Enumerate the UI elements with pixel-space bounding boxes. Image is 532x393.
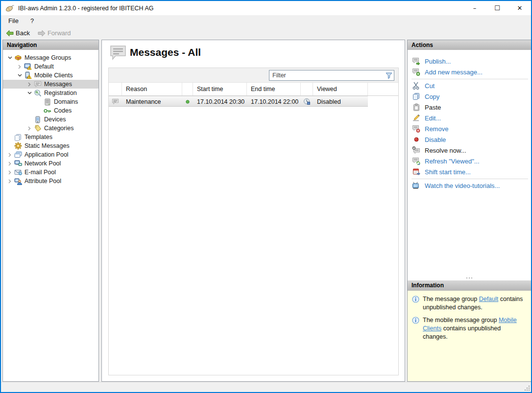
information-splitter-handle[interactable]	[408, 276, 531, 280]
minimize-button[interactable]: –	[463, 1, 486, 15]
tree-item-devices[interactable]: Devices	[3, 115, 98, 124]
filter-funnel-icon[interactable]	[384, 72, 394, 79]
messages-icon	[33, 80, 42, 88]
window-title: IBI-aws Admin 1.23.0 - registered for IB…	[18, 5, 154, 12]
status-cell	[182, 96, 193, 107]
viewed-icon-cell	[301, 96, 313, 107]
action-disable[interactable]: Disable	[408, 134, 531, 145]
back-button[interactable]: Back	[3, 28, 33, 38]
tree-item-default[interactable]: Default	[3, 62, 98, 71]
action-add-new-message[interactable]: Add new message...	[408, 67, 531, 77]
tree-item-messages[interactable]: Messages	[3, 80, 98, 89]
action-cut[interactable]: Cut	[408, 80, 531, 91]
column-viewed[interactable]: Viewed	[313, 83, 368, 95]
domains-icon	[43, 98, 51, 106]
static-messages-icon	[14, 142, 22, 150]
filter-bar	[109, 68, 398, 83]
action-remove[interactable]: Remove	[408, 123, 531, 134]
filter-input[interactable]	[269, 71, 384, 80]
viewed-cell: Disabled	[313, 96, 368, 107]
info-icon	[412, 316, 419, 341]
status-bar	[1, 382, 531, 392]
info-item-default-group: The message group Default contains unpub…	[412, 295, 527, 312]
column-reason[interactable]: Reason	[122, 83, 182, 95]
action-publish[interactable]: Publish...	[408, 56, 531, 67]
menu-help[interactable]: ?	[26, 16, 38, 26]
cut-icon	[412, 82, 420, 90]
paste-icon	[412, 103, 420, 112]
tree-item-templates[interactable]: Templates	[3, 133, 98, 141]
info-text: The mobile message group	[423, 317, 499, 324]
action-watch-video-tutorials[interactable]: Watch the video-tutorials...	[408, 180, 531, 191]
app-window: { "window": { "title": "IBI-aws Admin 1.…	[0, 0, 532, 393]
chevron-right-icon[interactable]	[6, 151, 14, 159]
menu-file[interactable]: File	[4, 16, 23, 26]
window-controls: – ☐ ✕	[463, 1, 531, 15]
forward-arrow-icon	[38, 30, 46, 37]
templates-icon	[14, 133, 22, 141]
chevron-right-icon[interactable]	[6, 168, 14, 176]
close-button[interactable]: ✕	[508, 1, 531, 15]
chevron-down-icon[interactable]	[25, 89, 33, 97]
toolbar: Back Forward	[1, 26, 531, 40]
mobile-warning-icon	[24, 71, 32, 79]
tag-icon	[33, 124, 42, 132]
column-icon[interactable]	[109, 83, 122, 95]
action-edit[interactable]: Edit...	[408, 113, 531, 123]
publish-icon	[412, 57, 420, 66]
resize-grip[interactable]	[523, 384, 530, 391]
chevron-right-icon[interactable]	[25, 124, 33, 132]
remove-icon	[412, 125, 420, 133]
chevron-right-icon[interactable]	[6, 177, 14, 185]
actions-separator	[411, 79, 528, 79]
tree-item-codes[interactable]: Codes	[3, 106, 98, 115]
chevron-down-icon[interactable]	[6, 54, 14, 62]
shift-start-icon	[412, 168, 420, 176]
menu-bar: File ?	[1, 15, 531, 26]
info-item-mobile-clients-group: The mobile message group Mobile Clients …	[412, 316, 527, 341]
column-end-time[interactable]: End time	[247, 83, 301, 95]
tree-item-domains[interactable]: Domains	[3, 97, 98, 106]
column-start-time[interactable]: Start time	[193, 83, 247, 95]
chevron-right-icon[interactable]	[25, 80, 33, 88]
add-message-icon	[412, 68, 420, 76]
maximize-button[interactable]: ☐	[486, 1, 508, 15]
tree-item-message-groups[interactable]: Message Groups	[3, 53, 98, 62]
column-viewed-icon[interactable]	[301, 83, 313, 95]
network-pool-icon	[14, 160, 22, 167]
tree-item-static-messages[interactable]: Static Messages	[3, 141, 98, 150]
message-bubble-icon	[112, 98, 119, 105]
action-shift-start-time[interactable]: Shift start time...	[408, 166, 531, 177]
chevron-right-icon[interactable]	[6, 160, 14, 167]
actions-list: Publish... Add new message... Cut Copy P…	[408, 50, 531, 191]
tree-item-categories[interactable]: Categories	[3, 124, 98, 133]
chevron-right-icon[interactable]	[16, 63, 24, 70]
back-arrow-icon	[6, 30, 14, 37]
chevron-none	[6, 133, 14, 141]
default-group-link[interactable]: Default	[479, 296, 499, 302]
key-icon	[43, 107, 51, 115]
chevron-none	[25, 116, 33, 123]
titlebar: IBI-aws Admin 1.23.0 - registered for IB…	[1, 1, 531, 15]
message-row[interactable]: Maintenance 17.10.2014 20:30 17.10.2014 …	[109, 96, 368, 107]
active-status-icon	[186, 100, 190, 104]
reason-cell: Maintenance	[122, 96, 182, 107]
viewed-clock-icon	[303, 98, 311, 105]
information-header: Information	[408, 280, 531, 291]
tree-item-registration[interactable]: Registration	[3, 89, 98, 97]
tree-item-application-pool[interactable]: Application Pool	[3, 150, 98, 159]
refresh-viewed-icon	[412, 157, 420, 165]
tree-item-attribute-pool[interactable]: Attribute Pool	[3, 177, 98, 185]
action-copy[interactable]: Copy	[408, 91, 531, 102]
device-icon	[33, 116, 42, 123]
tree-item-mobile-clients[interactable]: Mobile Clients	[3, 71, 98, 80]
info-text: The message group	[423, 296, 479, 302]
application-pool-icon	[14, 151, 22, 159]
forward-button: Forward	[35, 28, 74, 38]
tree-item-email-pool[interactable]: E-mail Pool	[3, 168, 98, 177]
tree-item-network-pool[interactable]: Network Pool	[3, 159, 98, 168]
action-resolve-now: Resolve now...	[408, 145, 531, 156]
chevron-down-icon[interactable]	[16, 71, 24, 79]
action-refresh-viewed[interactable]: Refresh "Viewed"...	[408, 156, 531, 166]
column-status[interactable]	[182, 83, 193, 95]
